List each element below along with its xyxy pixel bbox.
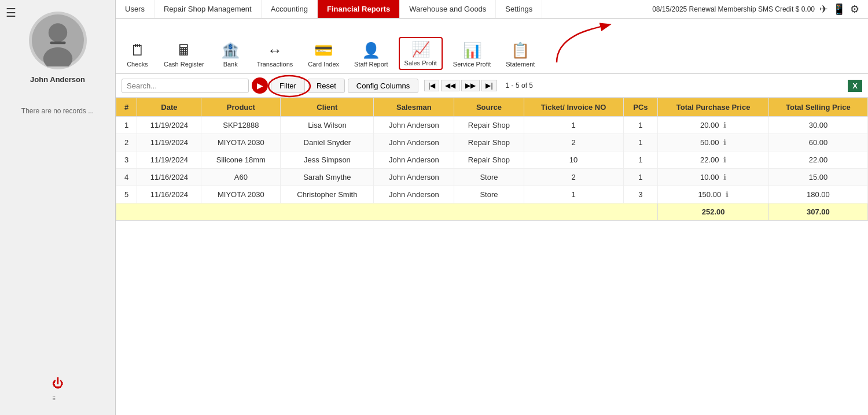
- next-page-button[interactable]: ▶▶: [461, 80, 480, 91]
- card-index-icon: 💳: [314, 42, 333, 60]
- sales-profit-table: # Date Product Client Salesman Source Ti…: [116, 98, 868, 221]
- cell-num: 1: [116, 117, 137, 134]
- staff-report-label: Staff Report: [354, 61, 388, 68]
- cell-source: Store: [454, 186, 524, 203]
- user-name-label: John Anderson: [30, 75, 85, 84]
- col-header-client: Client: [281, 98, 374, 117]
- telegram-icon[interactable]: ✈: [819, 3, 828, 16]
- service-profit-label: Service Profit: [453, 61, 491, 68]
- cell-source: Repair Shop: [454, 134, 524, 151]
- filter-button[interactable]: Filter: [271, 79, 305, 93]
- settings-icon[interactable]: ⚙: [850, 3, 859, 16]
- col-header-purchase: Total Purchase Price: [658, 98, 769, 117]
- search-input[interactable]: [122, 79, 249, 93]
- data-table-container: # Date Product Client Salesman Source Ti…: [116, 98, 868, 415]
- sales-profit-icon: 📈: [411, 40, 430, 58]
- cell-salesman: John Anderson: [374, 151, 454, 169]
- last-page-button[interactable]: ▶|: [481, 80, 496, 91]
- service-profit-icon: 📊: [463, 42, 481, 60]
- cell-pcs: 1: [623, 117, 658, 134]
- config-columns-button[interactable]: Config Columns: [348, 79, 419, 93]
- avatar: [29, 12, 87, 69]
- info-purchase-icon[interactable]: ℹ: [723, 138, 726, 147]
- export-excel-button[interactable]: X: [848, 80, 862, 92]
- totals-selling: 307.00: [768, 203, 867, 221]
- nav-tab-warehouse[interactable]: Warehouse and Goods: [400, 0, 496, 18]
- cell-purchase: 22.00 ℹ: [658, 151, 769, 169]
- cell-product: Silicone 18mm: [201, 151, 281, 169]
- cell-date: 11/16/2024: [137, 169, 201, 186]
- toolbar-cash-register[interactable]: 🖩 Cash Register: [159, 39, 209, 70]
- cell-pcs: 1: [623, 151, 658, 169]
- filter-circle-container: Filter: [271, 79, 305, 93]
- cell-num: 4: [116, 169, 137, 186]
- cell-date: 11/19/2024: [137, 117, 201, 134]
- col-header-pcs: PCs: [623, 98, 658, 117]
- totals-label: [116, 203, 658, 221]
- search-submit-button[interactable]: ▶: [252, 77, 268, 94]
- info-purchase-icon[interactable]: ℹ: [726, 190, 729, 199]
- toolbar-transactions[interactable]: ↔ Transactions: [252, 39, 298, 70]
- table-row: 2 11/19/2024 MIYOTA 2030 Daniel Snyder J…: [116, 134, 868, 151]
- toolbar: 🗒 Checks 🖩 Cash Register 🏦 Bank ↔ Transa…: [116, 19, 868, 74]
- col-header-num: #: [116, 98, 137, 117]
- table-row: 5 11/16/2024 MIYOTA 2030 Christopher Smi…: [116, 186, 868, 203]
- toolbar-bank[interactable]: 🏦 Bank: [215, 39, 247, 70]
- nav-tab-users[interactable]: Users: [116, 0, 155, 18]
- nav-tab-settings[interactable]: Settings: [496, 0, 542, 18]
- toolbar-sales-profit[interactable]: 📈 Sales Profit: [399, 37, 443, 70]
- nav-tab-financial[interactable]: Financial Reports: [318, 0, 400, 18]
- cell-salesman: John Anderson: [374, 169, 454, 186]
- whatsapp-icon[interactable]: 📱: [833, 3, 845, 16]
- toolbar-checks[interactable]: 🗒 Checks: [122, 39, 153, 70]
- cell-purchase: 20.00 ℹ: [658, 117, 769, 134]
- filter-bar: ▶ Filter Reset Config Columns |◀ ◀◀ ▶▶ ▶…: [116, 74, 868, 98]
- cell-num: 5: [116, 186, 137, 203]
- info-purchase-icon[interactable]: ℹ: [723, 121, 726, 129]
- cell-client: Daniel Snyder: [281, 134, 374, 151]
- pagination-info: 1 - 5 of 5: [506, 81, 533, 90]
- transactions-icon: ↔: [267, 42, 282, 60]
- cell-num: 2: [116, 134, 137, 151]
- svg-point-1: [48, 23, 67, 42]
- sales-profit-label: Sales Profit: [404, 60, 437, 66]
- checks-icon: 🗒: [130, 42, 145, 60]
- cell-salesman: John Anderson: [374, 134, 454, 151]
- cell-ticket: 1: [524, 117, 623, 134]
- cell-selling: 22.00: [768, 151, 867, 169]
- prev-page-button[interactable]: ◀◀: [441, 80, 459, 91]
- cell-client: Lisa Wilson: [281, 117, 374, 134]
- statement-label: Statement: [506, 61, 535, 68]
- cell-product: A60: [201, 169, 281, 186]
- bank-label: Bank: [223, 61, 238, 68]
- toolbar-statement[interactable]: 📋 Statement: [501, 39, 539, 70]
- bank-icon: 🏦: [221, 42, 240, 60]
- col-header-ticket: Ticket/ Invoice NO: [524, 98, 623, 117]
- nav-tab-accounting[interactable]: Accounting: [262, 0, 318, 18]
- nav-tab-repair[interactable]: Repair Shop Management: [155, 0, 262, 18]
- totals-row: 252.00 307.00: [116, 203, 868, 221]
- toolbar-service-profit[interactable]: 📊 Service Profit: [448, 39, 495, 70]
- card-index-label: Card Index: [308, 61, 339, 68]
- info-purchase-icon[interactable]: ℹ: [723, 173, 726, 181]
- power-button[interactable]: ⏻⠿: [52, 377, 64, 403]
- toolbar-card-index[interactable]: 💳 Card Index: [303, 39, 344, 70]
- pagination-controls: |◀ ◀◀ ▶▶ ▶|: [424, 80, 496, 91]
- reset-button[interactable]: Reset: [308, 79, 345, 93]
- annotation-arrow: [551, 22, 620, 68]
- main-content: Users Repair Shop Management Accounting …: [116, 0, 868, 415]
- no-records-label: There are no records ...: [16, 107, 100, 115]
- menu-icon[interactable]: ☰: [6, 6, 16, 20]
- checks-label: Checks: [127, 61, 148, 68]
- table-row: 3 11/19/2024 Silicone 18mm Jess Simpson …: [116, 151, 868, 169]
- col-header-source: Source: [454, 98, 524, 117]
- cell-source: Repair Shop: [454, 151, 524, 169]
- cell-selling: 30.00: [768, 117, 867, 134]
- first-page-button[interactable]: |◀: [424, 80, 439, 91]
- sidebar: ☰ John Anderson There are no records ...…: [0, 0, 116, 415]
- col-header-salesman: Salesman: [374, 98, 454, 117]
- toolbar-staff-report[interactable]: 👤 Staff Report: [350, 39, 393, 70]
- cash-register-icon: 🖩: [176, 42, 192, 60]
- cell-purchase: 150.00 ℹ: [658, 186, 769, 203]
- info-purchase-icon[interactable]: ℹ: [723, 155, 726, 164]
